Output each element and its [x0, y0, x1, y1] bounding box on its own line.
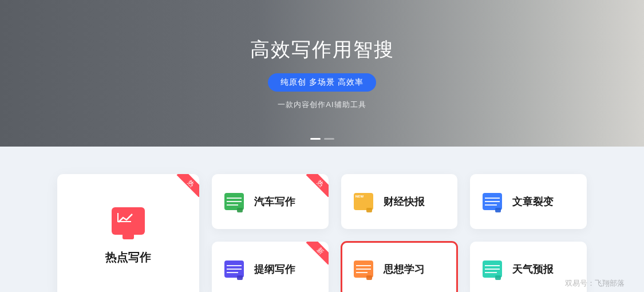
card-car-writing[interactable]: 热汽车写作	[212, 174, 329, 229]
card-hot-writing[interactable]: 热 热点写作	[57, 174, 199, 292]
document-icon	[483, 261, 502, 278]
carousel-dots[interactable]	[310, 138, 334, 140]
card-finance-news[interactable]: NEW财经快报	[341, 174, 458, 229]
ribbon-hot: 热	[306, 174, 329, 197]
card-label: 文章裂变	[512, 195, 554, 208]
hero-title: 高效写作用智搜	[250, 37, 394, 63]
card-label: 思想学习	[384, 262, 425, 276]
document-icon	[224, 193, 244, 210]
document-icon	[354, 261, 373, 278]
ribbon-hot: 热	[176, 174, 199, 197]
card-label: 财经快报	[384, 195, 425, 208]
card-article-split[interactable]: 文章裂变	[470, 174, 587, 229]
document-icon	[483, 193, 502, 210]
card-grid: 热 热点写作 热汽车写作NEW财经快报文章裂变新提纲写作思想学习天气预报	[57, 174, 587, 292]
card-label: 汽车写作	[254, 195, 295, 208]
carousel-dot[interactable]	[310, 138, 321, 140]
card-label: 提纲写作	[254, 262, 295, 276]
content-area: 热 热点写作 热汽车写作NEW财经快报文章裂变新提纲写作思想学习天气预报	[0, 147, 644, 292]
card-row: 热汽车写作NEW财经快报文章裂变	[212, 174, 587, 229]
ribbon-new: 新	[306, 242, 329, 265]
hero-badge: 纯原创 多场景 高效率	[268, 73, 376, 92]
card-label: 天气预报	[512, 262, 554, 276]
card-label: 热点写作	[105, 250, 151, 265]
carousel-dot[interactable]	[324, 138, 334, 140]
document-icon	[224, 261, 244, 278]
card-outline-writing[interactable]: 新提纲写作	[212, 242, 329, 292]
hero-banner: 高效写作用智搜 纯原创 多场景 高效率 一款内容创作AI辅助工具	[0, 0, 644, 147]
card-columns: 热汽车写作NEW财经快报文章裂变新提纲写作思想学习天气预报	[212, 174, 587, 292]
card-thought-study[interactable]: 思想学习	[341, 242, 458, 292]
watermark: 双易号：飞翔部落	[565, 278, 625, 289]
card-row: 新提纲写作思想学习天气预报	[212, 242, 587, 292]
monitor-chart-icon	[112, 207, 145, 235]
hero-subtitle: 一款内容创作AI辅助工具	[278, 100, 366, 110]
document-icon: NEW	[354, 193, 373, 210]
